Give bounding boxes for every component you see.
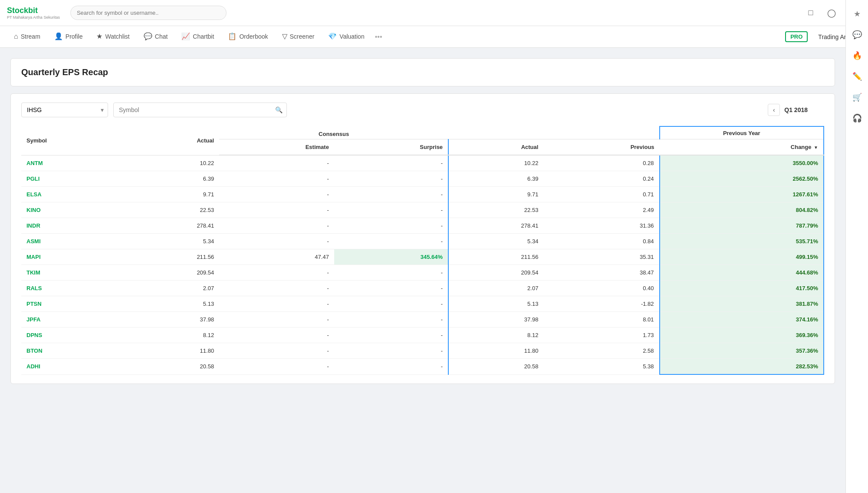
index-select[interactable]: IHSG LQ45 IDX30 (21, 103, 108, 117)
cell-prev-actual: 6.39 (448, 171, 543, 187)
nav-item-stream[interactable]: ⌂ Stream (7, 26, 47, 48)
cell-prev-previous: 2.49 (543, 202, 659, 218)
cell-surprise: - (334, 281, 448, 296)
cell-surprise: - (334, 155, 448, 171)
cell-symbol[interactable]: PTSN (21, 296, 125, 312)
sidebar-edit-icon[interactable]: ✏️ (848, 67, 867, 86)
cell-actual: 5.13 (125, 296, 219, 312)
cell-prev-change: 499.15% (660, 249, 824, 265)
cell-prev-actual: 11.80 (448, 343, 543, 359)
cell-estimate: - (219, 281, 334, 296)
cell-prev-change: 369.36% (660, 328, 824, 343)
cell-actual: 2.07 (125, 281, 219, 296)
th-prev-change[interactable]: Change ▼ (660, 139, 824, 156)
nav-item-profile[interactable]: 👤 Profile (47, 26, 90, 48)
cell-prev-previous: 0.71 (543, 187, 659, 202)
nav-item-chat[interactable]: 💬 Chat (137, 26, 175, 48)
table-body: ANTM 10.22 - - 10.22 0.28 3550.00% PGLI … (21, 155, 824, 374)
nav-item-valuation[interactable]: 💎 Valuation (321, 26, 371, 48)
cell-actual: 278.41 (125, 218, 219, 234)
cell-symbol[interactable]: ASMI (21, 234, 125, 249)
profile-icon: 👤 (54, 32, 63, 40)
cell-estimate: - (219, 187, 334, 202)
navbar: ⌂ Stream 👤 Profile ★ Watchlist 💬 Chat 📈 … (0, 26, 868, 48)
cell-prev-actual: 22.53 (448, 202, 543, 218)
cell-prev-actual: 209.54 (448, 265, 543, 281)
nav-label-chat: Chat (155, 33, 168, 40)
cell-prev-change: 1267.61% (660, 187, 824, 202)
cell-surprise: 345.64% (334, 249, 448, 265)
cell-symbol[interactable]: ADHI (21, 359, 125, 375)
cell-prev-change: 2562.50% (660, 171, 824, 187)
cell-prev-actual: 8.12 (448, 328, 543, 343)
table-row: ANTM 10.22 - - 10.22 0.28 3550.00% (21, 155, 824, 171)
cell-symbol[interactable]: TKIM (21, 265, 125, 281)
cell-surprise: - (334, 343, 448, 359)
cell-symbol[interactable]: DPNS (21, 328, 125, 343)
table-wrapper: Symbol Actual Consensus Previous Year Es… (21, 126, 824, 375)
cell-symbol[interactable]: RALS (21, 281, 125, 296)
symbol-input[interactable] (113, 103, 287, 117)
prev-period-button[interactable]: ‹ (768, 104, 780, 116)
cell-prev-previous: 2.58 (543, 343, 659, 359)
th-prev-year: Previous Year (660, 126, 824, 139)
cell-prev-change: 804.82% (660, 202, 824, 218)
cell-estimate: - (219, 265, 334, 281)
bell-icon[interactable]: ◯ (825, 6, 838, 20)
cell-prev-actual: 5.34 (448, 234, 543, 249)
nav-label-screener: Screener (290, 33, 315, 40)
cell-prev-change: 282.53% (660, 359, 824, 375)
filters-row: IHSG LQ45 IDX30 ▾ 🔍 ‹ Q1 2018 › (21, 103, 824, 117)
table-row: KINO 22.53 - - 22.53 2.49 804.82% (21, 202, 824, 218)
cell-prev-change: 444.68% (660, 265, 824, 281)
th-actual: Actual (125, 126, 219, 155)
nav-item-screener[interactable]: ▽ Screener (275, 26, 322, 48)
sidebar-headphone-icon[interactable]: 🎧 (848, 109, 867, 128)
nav-item-watchlist[interactable]: ★ Watchlist (89, 26, 136, 48)
cell-symbol[interactable]: MAPI (21, 249, 125, 265)
nav-items: ⌂ Stream 👤 Profile ★ Watchlist 💬 Chat 📈 … (7, 26, 785, 48)
cell-actual: 11.80 (125, 343, 219, 359)
message-icon[interactable]: □ (804, 6, 818, 20)
pro-badge[interactable]: PRO (785, 31, 808, 42)
cell-surprise: - (334, 328, 448, 343)
cell-symbol[interactable]: KINO (21, 202, 125, 218)
search-input[interactable] (70, 6, 227, 20)
table-row: ELSA 9.71 - - 9.71 0.71 1267.61% (21, 187, 824, 202)
cell-prev-actual: 20.58 (448, 359, 543, 375)
cell-prev-actual: 2.07 (448, 281, 543, 296)
logo-sub: PT Mahakarya Artha Sekuritas (7, 15, 60, 20)
sidebar-cart-icon[interactable]: 🛒 (848, 88, 867, 107)
th-surprise: Surprise (334, 139, 448, 156)
sidebar-fire-icon[interactable]: 🔥 (848, 46, 867, 65)
th-estimate: Estimate (219, 139, 334, 156)
period-label: Q1 2018 (784, 106, 808, 113)
cell-symbol[interactable]: BTON (21, 343, 125, 359)
cell-prev-previous: 38.47 (543, 265, 659, 281)
cell-actual: 37.98 (125, 312, 219, 328)
cell-symbol[interactable]: ANTM (21, 155, 125, 171)
nav-more-dots[interactable]: ••• (375, 33, 382, 41)
cell-surprise: - (334, 359, 448, 375)
cell-actual: 10.22 (125, 155, 219, 171)
nav-item-chartbit[interactable]: 📈 Chartbit (174, 26, 221, 48)
cell-symbol[interactable]: JPFA (21, 312, 125, 328)
sort-icon: ▼ (814, 145, 818, 150)
cell-surprise: - (334, 218, 448, 234)
cell-symbol[interactable]: PGLI (21, 171, 125, 187)
sidebar-star-icon[interactable]: ★ (848, 4, 867, 23)
nav-item-orderbook[interactable]: 📋 Orderbook (221, 26, 275, 48)
page-title: Quarterly EPS Recap (21, 67, 108, 77)
cell-prev-actual: 9.71 (448, 187, 543, 202)
cell-prev-change: 535.71% (660, 234, 824, 249)
cell-actual: 6.39 (125, 171, 219, 187)
cell-actual: 8.12 (125, 328, 219, 343)
cell-symbol[interactable]: INDR (21, 218, 125, 234)
cell-prev-previous: 31.36 (543, 218, 659, 234)
sidebar-chat-icon[interactable]: 💬 (848, 25, 867, 44)
cell-prev-previous: 0.24 (543, 171, 659, 187)
main-content: Quarterly EPS Recap IHSG LQ45 IDX30 ▾ 🔍 … (0, 48, 845, 394)
cell-symbol[interactable]: ELSA (21, 187, 125, 202)
cell-estimate: - (219, 343, 334, 359)
symbol-search-icon[interactable]: 🔍 (275, 106, 283, 113)
